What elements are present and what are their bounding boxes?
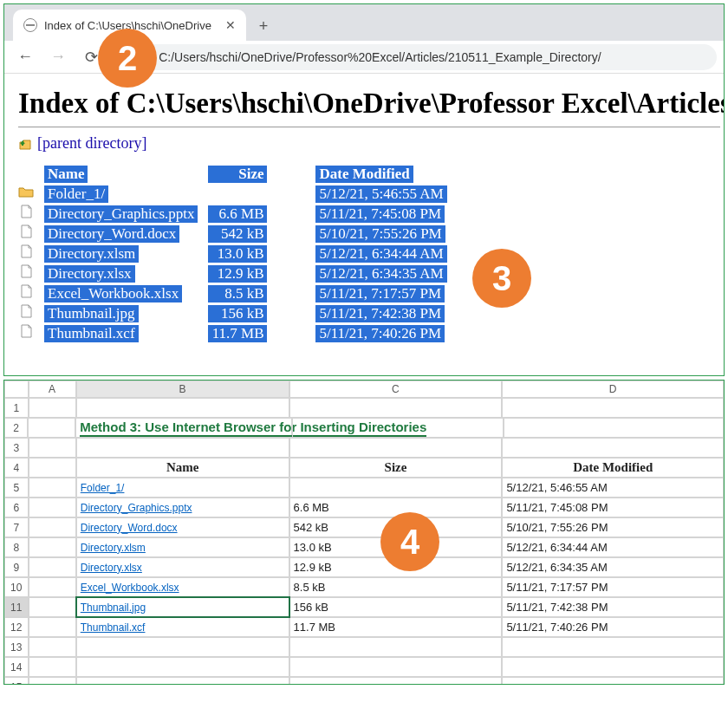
col-header-size[interactable]: Size <box>208 166 267 183</box>
file-link[interactable]: Folder_1/ <box>44 185 108 203</box>
cell[interactable] <box>76 398 289 418</box>
select-all-corner[interactable] <box>4 381 29 398</box>
row-header[interactable]: 6 <box>4 498 29 517</box>
cell[interactable] <box>292 418 504 438</box>
cell[interactable] <box>289 657 503 677</box>
file-link[interactable]: Folder_1/ <box>81 482 125 494</box>
cell[interactable]: 5/12/21, 6:34:35 AM <box>502 557 724 577</box>
cell[interactable] <box>289 677 503 685</box>
cell[interactable] <box>504 418 724 438</box>
cell[interactable]: Directory_Graphics.pptx <box>76 498 289 517</box>
row-header[interactable]: 10 <box>4 577 29 597</box>
cell[interactable] <box>29 517 76 537</box>
row-header[interactable]: 1 <box>4 398 29 418</box>
row-header[interactable]: 3 <box>4 438 29 458</box>
cell[interactable]: 5/12/21, 6:34:44 AM <box>502 537 724 557</box>
cell[interactable]: 5/11/21, 7:45:08 PM <box>502 498 724 517</box>
file-link[interactable]: Directory.xlsx <box>81 562 142 574</box>
file-link[interactable]: Excel_Workbook.xlsx <box>81 582 179 594</box>
row-header[interactable]: 12 <box>4 617 29 637</box>
spreadsheet[interactable]: A B C D 12Method 3: Use Internet Browser… <box>4 381 724 685</box>
cell[interactable] <box>289 438 503 458</box>
parent-directory-link[interactable]: [parent directory] <box>37 134 146 153</box>
cell[interactable] <box>76 438 289 458</box>
cell[interactable]: 5/11/21, 7:42:38 PM <box>502 597 724 617</box>
cell[interactable] <box>29 677 76 685</box>
cell[interactable]: 11.7 MB <box>289 617 503 637</box>
row-header[interactable]: 4 <box>4 458 29 478</box>
file-link[interactable]: Excel_Workbook.xlsx <box>44 285 182 302</box>
cell[interactable] <box>29 657 76 677</box>
col-header[interactable]: B <box>76 381 289 398</box>
cell[interactable]: Directory.xlsm <box>76 537 289 557</box>
cell[interactable] <box>29 398 76 418</box>
file-link[interactable]: Directory_Graphics.pptx <box>44 205 198 223</box>
cell[interactable]: 5/11/21, 7:17:57 PM <box>502 577 724 597</box>
row-header[interactable]: 5 <box>4 478 29 498</box>
cell[interactable] <box>502 657 724 677</box>
cell[interactable] <box>76 637 289 657</box>
back-button[interactable]: ← <box>11 43 39 71</box>
col-header[interactable]: C <box>289 381 503 398</box>
col-header[interactable]: A <box>29 381 76 398</box>
cell[interactable]: 5/10/21, 7:55:26 PM <box>502 517 724 537</box>
row-header[interactable]: 2 <box>4 418 28 438</box>
cell[interactable] <box>29 458 76 478</box>
file-link[interactable]: Directory_Graphics.pptx <box>81 502 192 514</box>
cell[interactable] <box>29 498 76 517</box>
cell[interactable]: Folder_1/ <box>76 478 289 498</box>
file-link[interactable]: Directory.xlsm <box>81 542 146 554</box>
col-header-date[interactable]: Date Modified <box>315 166 413 183</box>
cell[interactable] <box>502 637 724 657</box>
new-tab-button[interactable]: + <box>251 14 276 38</box>
cell[interactable] <box>76 657 289 677</box>
cell[interactable]: 5/11/21, 7:40:26 PM <box>502 617 724 637</box>
row-header[interactable]: 15 <box>4 677 29 685</box>
cell[interactable] <box>29 617 76 637</box>
row-header[interactable]: 8 <box>4 537 29 557</box>
file-link[interactable]: Thumbnail.xcf <box>44 325 139 342</box>
cell[interactable]: 6.6 MB <box>289 498 503 517</box>
cell[interactable] <box>29 637 76 657</box>
cell[interactable]: Excel_Workbook.xlsx <box>76 577 289 597</box>
file-link[interactable]: Directory_Word.docx <box>44 225 179 243</box>
cell[interactable]: Thumbnail.jpg <box>76 597 289 617</box>
cell[interactable]: Directory.xlsx <box>76 557 289 577</box>
file-link[interactable]: Thumbnail.xcf <box>81 621 146 634</box>
cell[interactable] <box>28 418 75 438</box>
cell[interactable] <box>76 677 289 685</box>
cell[interactable]: 8.5 kB <box>289 577 503 597</box>
cell[interactable] <box>29 537 76 557</box>
col-header[interactable]: D <box>502 381 724 398</box>
forward-button[interactable]: → <box>44 43 72 71</box>
close-icon[interactable]: ✕ <box>225 18 236 32</box>
row-header[interactable]: 13 <box>4 637 29 657</box>
cell[interactable]: Size <box>289 458 503 478</box>
file-link[interactable]: Directory.xlsm <box>44 245 139 263</box>
cell[interactable]: Method 3: Use Internet Browser for Inser… <box>75 418 292 438</box>
file-link[interactable]: Thumbnail.jpg <box>44 305 139 322</box>
cell[interactable] <box>29 577 76 597</box>
cell[interactable] <box>289 478 503 498</box>
row-header[interactable]: 11 <box>4 597 29 617</box>
cell[interactable]: 5/12/21, 5:46:55 AM <box>502 478 724 498</box>
cell[interactable]: Date Modified <box>502 458 724 478</box>
row-header[interactable]: 14 <box>4 657 29 677</box>
cell[interactable] <box>29 478 76 498</box>
row-header[interactable]: 7 <box>4 517 29 537</box>
cell[interactable] <box>29 597 76 617</box>
cell[interactable] <box>502 398 724 418</box>
file-link[interactable]: Thumbnail.jpg <box>81 602 146 614</box>
row-header[interactable]: 9 <box>4 557 29 577</box>
cell[interactable] <box>502 677 724 685</box>
cell[interactable] <box>502 438 724 458</box>
cell[interactable]: 156 kB <box>289 597 503 617</box>
address-field[interactable]: File | C:/Users/hschi/OneDrive/Professor… <box>110 44 717 70</box>
cell[interactable]: Thumbnail.xcf <box>76 617 289 637</box>
cell[interactable]: Directory_Word.docx <box>76 517 289 537</box>
cell[interactable] <box>29 438 76 458</box>
file-link[interactable]: Directory.xlsx <box>44 265 135 283</box>
col-header-name[interactable]: Name <box>44 166 88 183</box>
cell[interactable] <box>289 637 503 657</box>
cell[interactable] <box>289 398 503 418</box>
